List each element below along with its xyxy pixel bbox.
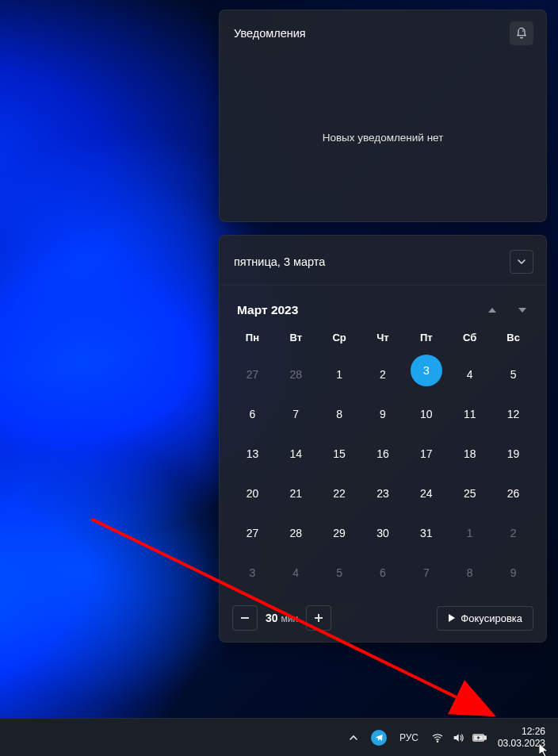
calendar-day[interactable]: 18: [454, 434, 486, 474]
calendar-day[interactable]: 27: [236, 355, 268, 394]
calendar-day[interactable]: 10: [411, 394, 442, 434]
notifications-empty-text: Новых уведомлений нет: [323, 132, 444, 144]
plus-icon: [314, 613, 323, 623]
calendar-day[interactable]: 13: [236, 434, 268, 474]
calendar-day-today[interactable]: 3: [411, 355, 442, 386]
calendar-day[interactable]: 14: [280, 434, 311, 474]
chevron-up-icon: [487, 306, 497, 314]
calendar-day[interactable]: 23: [367, 474, 399, 513]
language-indicator[interactable]: РУС: [395, 722, 423, 754]
bell-snooze-icon: z: [515, 27, 528, 40]
svg-rect-3: [318, 614, 319, 622]
do-not-disturb-button[interactable]: z: [510, 21, 533, 45]
calendar-day[interactable]: 28: [280, 513, 311, 553]
calendar-day[interactable]: 1: [323, 355, 355, 394]
svg-rect-6: [484, 735, 486, 739]
play-icon: [448, 614, 456, 622]
calendar-day[interactable]: 1: [454, 513, 486, 553]
calendar-day[interactable]: 6: [367, 553, 399, 593]
calendar-day[interactable]: 29: [323, 513, 355, 553]
calendar-weekday-header: Чт: [361, 332, 405, 355]
calendar-day[interactable]: 3: [236, 553, 268, 593]
calendar-day[interactable]: 11: [454, 394, 486, 434]
calendar-day[interactable]: 12: [498, 394, 529, 434]
taskbar-time: 12:26: [522, 726, 545, 738]
calendar-day[interactable]: 22: [323, 474, 355, 513]
calendar-day[interactable]: 31: [411, 513, 442, 553]
calendar-panel: пятница, 3 марта Март 2023 ПнВтСрЧтПтСбВ…: [219, 235, 547, 643]
focus-increase-button[interactable]: [306, 605, 331, 631]
calendar-day[interactable]: 2: [367, 355, 399, 394]
wifi-icon: [431, 731, 444, 744]
calendar-month-label[interactable]: Март 2023: [237, 303, 298, 317]
focus-decrease-button[interactable]: [232, 605, 258, 631]
calendar-weekday-header: Пн: [231, 332, 274, 355]
tray-overflow-button[interactable]: [344, 722, 363, 754]
calendar-weekday-header: Вс: [491, 332, 535, 355]
chevron-down-icon: [517, 257, 526, 267]
calendar-day[interactable]: 9: [498, 553, 529, 593]
calendar-day[interactable]: 27: [236, 513, 268, 553]
calendar-weekday-header: Сб: [448, 332, 491, 355]
telegram-icon: [371, 730, 387, 746]
calendar-weekday-header: Ср: [318, 332, 361, 355]
calendar-day[interactable]: 28: [280, 355, 311, 394]
calendar-day[interactable]: 19: [498, 434, 529, 474]
chevron-up-icon: [349, 733, 358, 743]
notifications-title: Уведомления: [234, 27, 306, 40]
calendar-day[interactable]: 20: [236, 474, 268, 513]
calendar-day[interactable]: 2: [498, 513, 529, 553]
calendar-day[interactable]: 24: [411, 474, 442, 513]
calendar-day[interactable]: 7: [280, 394, 311, 434]
calendar-day[interactable]: 7: [411, 553, 442, 593]
calendar-day[interactable]: 5: [498, 355, 529, 394]
focus-duration-stepper: 30 мин: [232, 605, 331, 631]
calendar-day[interactable]: 5: [323, 553, 355, 593]
chevron-down-icon: [518, 306, 527, 314]
svg-point-4: [437, 741, 438, 742]
calendar-day[interactable]: 16: [367, 434, 399, 474]
calendar-prev-month-button[interactable]: [487, 306, 497, 314]
calendar-weekday-header: Пт: [404, 332, 448, 355]
calendar-day[interactable]: 9: [367, 394, 399, 434]
calendar-day[interactable]: 4: [280, 553, 311, 593]
system-tray-icons[interactable]: [426, 722, 491, 754]
calendar-day[interactable]: 26: [498, 474, 529, 513]
calendar-day[interactable]: 8: [323, 394, 355, 434]
calendar-day[interactable]: 15: [323, 434, 355, 474]
calendar-day[interactable]: 6: [236, 394, 268, 434]
calendar-day[interactable]: 4: [454, 355, 486, 394]
svg-rect-1: [241, 617, 249, 619]
calendar-next-month-button[interactable]: [518, 306, 527, 314]
battery-icon: [472, 732, 487, 743]
taskbar-date: 03.03.2023: [498, 738, 545, 750]
notifications-panel: Уведомления z Новых уведомлений нет: [219, 10, 547, 222]
calendar-current-date: пятница, 3 марта: [234, 255, 325, 268]
taskbar: РУС 12:26 03.03.2023: [0, 718, 558, 756]
tray-telegram-icon[interactable]: [366, 722, 392, 754]
focus-start-button[interactable]: Фокусировка: [437, 606, 533, 631]
focus-duration-value: 30 мин: [266, 612, 298, 624]
taskbar-clock[interactable]: 12:26 03.03.2023: [495, 726, 548, 750]
calendar-day[interactable]: 17: [411, 434, 442, 474]
calendar-collapse-button[interactable]: [510, 250, 533, 274]
volume-icon: [452, 731, 464, 744]
calendar-day[interactable]: 25: [454, 474, 486, 513]
calendar-grid: ПнВтСрЧтПтСбВс27281234567891011121314151…: [220, 332, 546, 593]
calendar-weekday-header: Вт: [274, 332, 318, 355]
minus-icon: [240, 613, 250, 623]
calendar-day[interactable]: 30: [367, 513, 399, 553]
calendar-day[interactable]: 21: [280, 474, 311, 513]
calendar-day[interactable]: 8: [454, 553, 486, 593]
